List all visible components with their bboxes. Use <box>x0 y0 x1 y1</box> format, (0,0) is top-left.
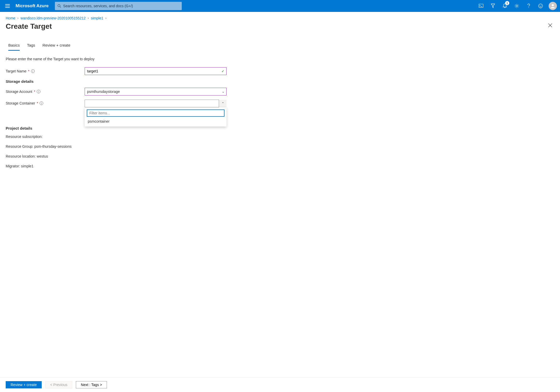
smiley-icon <box>538 4 543 8</box>
migrator-line: Migrator: simple1 <box>6 164 554 168</box>
svg-rect-5 <box>479 4 483 8</box>
resource-location-line: Resource location: westus <box>6 154 554 158</box>
svg-point-10 <box>539 4 543 8</box>
tab-bar: Basics Tags Review + create <box>0 37 560 51</box>
storage-container-select[interactable] <box>85 100 227 107</box>
svg-rect-2 <box>5 7 10 8</box>
cloud-shell-button[interactable] <box>475 0 487 12</box>
storage-section-heading: Storage details <box>6 79 554 84</box>
resource-group-line: Resource Group: psm-thursday-sessions <box>6 144 554 149</box>
notifications-button[interactable]: 1 <box>499 0 511 12</box>
row-storage-container: Storage Container * i ⌃ psmcontainer <box>6 100 554 107</box>
page-header: Create Target <box>0 22 560 37</box>
row-storage-account: Storage Account * i psmthursdaystorage ⌄ <box>6 88 554 95</box>
storage-account-label: Storage Account <box>6 90 32 94</box>
svg-point-13 <box>552 4 554 6</box>
svg-rect-0 <box>5 4 10 5</box>
project-section-heading: Project details <box>6 126 554 130</box>
close-icon <box>548 23 552 27</box>
brand-label[interactable]: Microsoft Azure <box>16 3 49 9</box>
close-button[interactable] <box>546 22 554 28</box>
svg-point-11 <box>540 5 540 6</box>
required-marker: * <box>34 90 35 94</box>
chevron-right-icon: › <box>17 16 18 20</box>
resource-subscription-line: Resource subscription: <box>6 135 554 139</box>
svg-line-4 <box>60 6 61 8</box>
breadcrumb-item-2[interactable]: simple1 <box>91 16 103 20</box>
person-icon <box>550 3 556 9</box>
info-icon[interactable]: i <box>37 90 40 93</box>
breadcrumb-item-1[interactable]: wandisco.ldm-preview-20201005155212 <box>20 16 85 20</box>
svg-point-8 <box>516 5 518 7</box>
intro-text: Please enter the name of the Target you … <box>6 57 554 61</box>
tab-review-create[interactable]: Review + create <box>42 43 70 51</box>
account-avatar[interactable] <box>549 2 557 10</box>
gear-icon <box>514 4 519 8</box>
help-icon <box>527 4 530 8</box>
next-button[interactable]: Next : Tags > <box>76 381 107 388</box>
target-name-input[interactable] <box>85 67 227 75</box>
tab-tags[interactable]: Tags <box>27 43 35 51</box>
breadcrumb: Home › wandisco.ldm-preview-202010051552… <box>0 12 560 22</box>
storage-container-dropdown: psmcontainer <box>85 107 227 127</box>
required-marker: * <box>37 101 38 105</box>
chevron-up-icon: ⌃ <box>222 102 224 105</box>
global-search[interactable] <box>55 2 182 10</box>
dropdown-option[interactable]: psmcontainer <box>87 117 224 124</box>
footer-bar: Review + create < Previous Next : Tags > <box>0 377 560 392</box>
storage-account-select[interactable]: psmthursdaystorage <box>85 88 227 95</box>
storage-account-value: psmthursdaystorage <box>87 90 120 94</box>
top-bar-icons: 1 <box>475 0 558 12</box>
breadcrumb-home[interactable]: Home <box>6 16 15 20</box>
chevron-up-button[interactable]: ⌃ <box>219 100 227 107</box>
svg-point-9 <box>528 7 529 8</box>
search-input[interactable] <box>63 4 179 8</box>
svg-point-12 <box>541 5 542 6</box>
feedback-button[interactable] <box>535 0 547 12</box>
settings-button[interactable] <box>511 0 523 12</box>
cloud-shell-icon <box>479 4 483 8</box>
directory-filter-button[interactable] <box>487 0 499 12</box>
check-icon: ✓ <box>221 69 224 73</box>
search-icon <box>57 4 61 8</box>
notification-badge: 1 <box>505 1 509 5</box>
svg-marker-7 <box>491 4 495 8</box>
info-icon[interactable]: i <box>40 101 43 105</box>
menu-toggle-button[interactable] <box>2 0 13 12</box>
filter-icon <box>491 4 495 8</box>
chevron-right-icon: › <box>105 16 106 20</box>
required-marker: * <box>28 69 29 73</box>
hamburger-icon <box>5 4 10 8</box>
row-target-name: Target Name * i ✓ <box>6 67 554 75</box>
svg-point-3 <box>58 4 60 7</box>
top-bar: Microsoft Azure 1 <box>0 0 560 12</box>
info-icon[interactable]: i <box>31 69 35 73</box>
dropdown-filter-input[interactable] <box>87 109 224 117</box>
review-create-button[interactable]: Review + create <box>6 381 42 388</box>
page-title: Create Target <box>6 22 52 31</box>
storage-container-label: Storage Container <box>6 101 35 105</box>
svg-rect-1 <box>5 6 10 6</box>
previous-button: < Previous <box>45 381 72 388</box>
target-name-label: Target Name <box>6 69 26 73</box>
tab-basics[interactable]: Basics <box>8 43 20 51</box>
form-body: Please enter the name of the Target you … <box>0 51 560 168</box>
help-button[interactable] <box>523 0 535 12</box>
chevron-right-icon: › <box>88 16 89 20</box>
